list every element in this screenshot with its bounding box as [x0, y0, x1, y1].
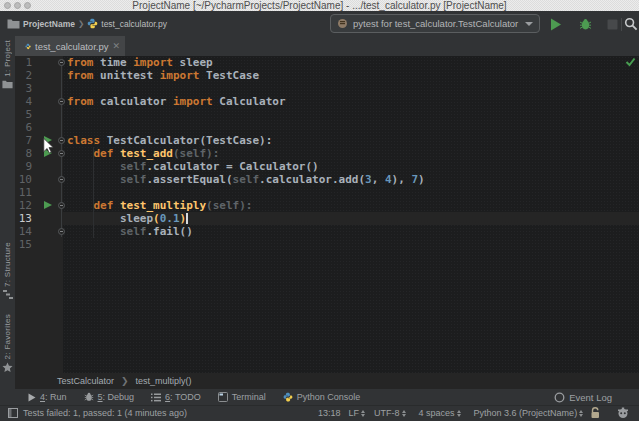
mouse-cursor — [43, 138, 54, 154]
code-line-5 — [63, 108, 639, 121]
updown-icon — [361, 410, 365, 417]
stripe-button-favorites[interactable]: 2: Favorites — [0, 314, 15, 373]
code-line-6 — [63, 121, 639, 134]
tool-window-bar: 4: Run 5: Debug 6: TODO Terminal — [0, 389, 639, 405]
debug-button[interactable] — [578, 17, 592, 31]
code-line-1: from time import sleep — [63, 56, 639, 69]
line-number-13: 13 — [15, 212, 32, 225]
code-line-15 — [63, 238, 639, 251]
breadcrumb-method[interactable]: test_multiply() — [136, 376, 192, 386]
traffic-lights[interactable] — [4, 2, 31, 9]
python-file-icon — [25, 41, 31, 52]
status-indent[interactable]: 4 spaces — [419, 408, 455, 418]
stop-button[interactable] — [605, 17, 619, 31]
close-window-icon — [4, 2, 11, 9]
run-configuration-value: pytest for test_calculator.TestCalculato… — [353, 18, 520, 29]
line-number-7: 7 — [15, 134, 32, 147]
stop-icon — [607, 19, 618, 30]
line-number-4: 4 — [15, 95, 32, 108]
folder-icon — [7, 18, 20, 29]
tab-label: test_calculator.py — [35, 41, 108, 52]
editor-tab-bar: test_calculator.py ✕ — [15, 36, 639, 56]
zoom-window-icon — [24, 2, 31, 9]
toolwindow-switcher-icon[interactable] — [8, 408, 18, 418]
event-log-icon — [554, 392, 565, 403]
run-button[interactable] — [549, 17, 563, 31]
debug-toolwindow-icon — [84, 392, 94, 402]
toolwindow-todo[interactable]: 6: TODO — [151, 392, 201, 402]
code-line-7: class TestCalculator(TestCase): — [63, 134, 639, 147]
code-line-8: def test_add(self): — [63, 147, 639, 160]
search-everywhere-button[interactable] — [624, 17, 638, 31]
line-number-10: 10 — [15, 173, 32, 186]
code-line-3 — [63, 82, 639, 95]
fold-marker-line-4[interactable] — [58, 98, 65, 105]
updown-icon — [579, 410, 583, 417]
run-test-icon-line-12[interactable] — [44, 201, 52, 209]
line-number-6: 6 — [15, 121, 32, 134]
title-bar: ProjectName [~/PycharmProjects/ProjectNa… — [0, 0, 639, 11]
line-number-5: 5 — [15, 108, 32, 121]
tab-test-calculator[interactable]: test_calculator.py ✕ — [15, 36, 125, 56]
stripe-button-project[interactable]: 1: Project — [0, 40, 15, 89]
bug-icon — [579, 18, 592, 31]
project-folder-icon — [2, 80, 13, 89]
status-bar: Tests failed: 1, passed: 1 (4 minutes ag… — [0, 405, 639, 421]
editor[interactable]: from time import sleepfrom unittest impo… — [15, 56, 639, 373]
line-number-15: 15 — [15, 238, 32, 251]
lock-icon[interactable] — [590, 407, 601, 419]
run-configuration-select[interactable]: pytest for test_calculator.TestCalculato… — [330, 14, 540, 33]
pycharm-window: ProjectName [~/PycharmProjects/ProjectNa… — [0, 0, 639, 421]
code-line-11 — [63, 186, 639, 199]
inspections-ok-icon — [625, 57, 636, 67]
code-line-12: def test_multiply(self): — [63, 199, 639, 212]
updown-icon — [457, 410, 461, 417]
code-line-2: from unittest import TestCase — [63, 69, 639, 82]
todo-icon — [151, 393, 161, 402]
updown-icon — [402, 410, 406, 417]
toolwindow-run[interactable]: 4: Run — [28, 392, 67, 402]
line-number-1: 1 — [15, 56, 32, 69]
terminal-icon — [218, 392, 228, 402]
breadcrumb-bar: TestCalculator ❯ test_multiply() — [15, 373, 639, 389]
fold-marker-line-14[interactable] — [58, 228, 65, 235]
code-line-13: sleep(0.1) — [63, 212, 639, 225]
structure-icon — [3, 290, 13, 299]
event-log-label: Event Log — [569, 392, 612, 403]
left-tool-stripe: 1: Project 7: Structure 2: Favorites — [0, 36, 15, 389]
fold-marker-line-1[interactable] — [58, 59, 65, 66]
fold-marker-line-10[interactable] — [58, 176, 65, 183]
toolwindow-debug[interactable]: 5: Debug — [84, 392, 135, 402]
fold-marker-line-7[interactable] — [58, 137, 65, 144]
breadcrumb-file[interactable]: test_calculator.py — [101, 19, 167, 29]
python-file-icon — [87, 18, 98, 29]
line-number-3: 3 — [15, 82, 32, 95]
text-caret — [186, 213, 188, 224]
line-number-11: 11 — [15, 186, 32, 199]
chevron-down-icon — [525, 22, 533, 26]
breadcrumb-class[interactable]: TestCalculator — [57, 376, 114, 386]
fold-marker-line-8[interactable] — [58, 150, 65, 157]
line-number-9: 9 — [15, 160, 32, 173]
code-line-9: self.calculator = Calculator() — [63, 160, 639, 173]
python-console-icon — [283, 392, 293, 402]
fold-marker-line-12[interactable] — [58, 202, 65, 209]
event-log-button[interactable]: Event Log — [554, 389, 612, 405]
run-toolwindow-icon — [28, 393, 36, 402]
toolwindow-terminal[interactable]: Terminal — [218, 392, 266, 402]
inspection-profile-icon[interactable] — [617, 407, 629, 419]
status-line-separator[interactable]: LF — [349, 408, 360, 418]
status-interpreter[interactable]: Python 3.6 (ProjectName) — [474, 408, 578, 418]
code-line-14: self.fail() — [63, 225, 639, 238]
toolwindow-python-console[interactable]: Python Console — [283, 392, 361, 402]
close-tab-icon[interactable]: ✕ — [112, 42, 120, 51]
line-number-2: 2 — [15, 69, 32, 82]
toolbar-separator — [621, 18, 622, 31]
stripe-button-structure[interactable]: 7: Structure — [0, 242, 15, 299]
status-encoding[interactable]: UTF-8 — [374, 408, 400, 418]
status-message[interactable]: Tests failed: 1, passed: 1 (4 minutes ag… — [23, 408, 187, 418]
chevron-right-icon: ❯ — [121, 376, 129, 386]
navigation-bar: ProjectName ❯ test_calculator.py pytest … — [0, 11, 639, 36]
play-icon — [550, 18, 562, 31]
breadcrumb-project[interactable]: ProjectName — [23, 19, 75, 29]
